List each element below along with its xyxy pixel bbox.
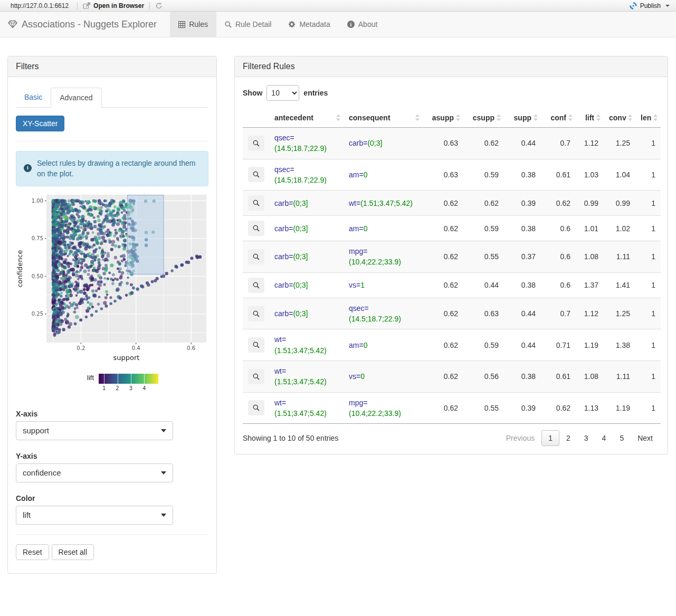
header-len[interactable]: len [635,108,661,128]
header-conv[interactable]: conv [604,108,635,128]
row-magnifier-button[interactable] [248,195,264,211]
magnifier-icon [253,140,260,147]
tab-basic[interactable]: Basic [16,88,51,108]
attribute-name: carb= [274,252,293,261]
row-magnifier-button[interactable] [248,306,264,321]
page-button-3[interactable]: 3 [577,430,595,446]
attribute-name: am= [349,341,364,349]
consequent-link[interactable]: vs=1 [349,281,365,289]
table-row: carb=(0;3] qsec=(14.5;18.7;22.9) 0.62 0.… [243,298,661,329]
row-magnifier-button[interactable] [248,400,264,415]
refresh-button[interactable] [153,2,165,10]
tab-about[interactable]: i About [339,12,386,37]
consequent-link[interactable]: qsec=(14.5;18.7;22.9) [349,304,401,323]
row-magnifier-button[interactable] [248,167,264,182]
consequent-link[interactable]: am=0 [349,224,367,233]
sort-icon [628,115,632,121]
antecedent-link[interactable]: carb=(0;3] [274,252,308,261]
row-magnifier-button[interactable] [248,136,264,151]
csupp-cell: 0.44 [463,272,504,298]
row-magnifier-button[interactable] [248,337,264,353]
row-magnifier-button[interactable] [248,278,264,293]
attribute-value: (10.4;22.2;33.9) [349,408,401,419]
consequent-link[interactable]: vs=0 [349,372,365,381]
len-cell: 1 [635,241,661,273]
open-in-browser-button[interactable]: Open in Browser [81,2,146,10]
yaxis-select[interactable]: confidence [16,463,173,482]
table-row: carb=(0;3] wt=(1.51;3.47;5.42) 0.62 0.62… [243,191,661,216]
tab-advanced[interactable]: Advanced [51,88,101,108]
consequent-link[interactable]: mpg=(10.4;22.2;33.9) [349,399,401,418]
xaxis-select[interactable]: support [16,421,173,440]
page-button-2[interactable]: 2 [559,430,577,446]
antecedent-link[interactable]: carb=(0;3] [274,199,308,207]
antecedent-link[interactable]: wt=(1.51;3.47;5.42) [274,399,327,418]
consequent-cell: vs=1 [344,272,423,298]
conf-cell: 0.62 [541,191,576,216]
header-asupp[interactable]: asupp [423,108,463,128]
tab-rule-detail[interactable]: Rule Detail [216,12,280,37]
table-header-row: antecedent consequent asupp csupp supp c… [243,108,661,128]
scatter-plot-canvas[interactable] [16,191,209,367]
divider [16,141,208,141]
page-button-1[interactable]: 1 [541,430,559,446]
antecedent-link[interactable]: qsec=(14.5;18.7;22.9) [274,165,327,184]
attribute-name: am= [349,170,364,179]
antecedent-link[interactable]: qsec=(14.5;18.7;22.9) [274,134,327,153]
colorbar-tick-label: 4 [142,385,146,391]
row-magnifier-button[interactable] [248,249,264,264]
previous-page-button[interactable]: Previous [499,430,541,446]
antecedent-cell: carb=(0;3] [269,272,344,298]
antecedent-link[interactable]: carb=(0;3] [274,224,308,233]
antecedent-link[interactable]: wt=(1.51;3.47;5.42) [274,367,327,386]
header-conf[interactable]: conf [541,108,576,128]
filtered-rules-body: Show 10 entries antecedent [235,77,668,454]
reset-button[interactable]: Reset [16,544,49,560]
tab-metadata[interactable]: Metadata [280,12,338,37]
antecedent-link[interactable]: carb=(0;3] [274,309,308,318]
consequent-link[interactable]: am=0 [349,341,367,349]
filtered-rules-panel: Filtered Rules Show 10 entries [234,56,668,454]
info-icon: i [24,164,32,172]
supp-cell: 0.44 [504,128,541,159]
next-page-button[interactable]: Next [631,430,660,446]
antecedent-link[interactable]: carb=(0;3] [274,281,308,289]
page-button-5[interactable]: 5 [613,430,631,446]
consequent-cell: mpg=(10.4;22.2;33.9) [344,241,423,273]
consequent-link[interactable]: mpg=(10.4;22.2;33.9) [349,247,401,266]
header-lift[interactable]: lift [576,108,604,128]
header-csupp[interactable]: csupp [463,108,504,128]
page-button-4[interactable]: 4 [595,430,613,446]
consequent-cell: mpg=(10.4;22.2;33.9) [344,392,423,424]
header-supp[interactable]: supp [504,108,541,128]
conf-cell: 0.61 [541,361,576,392]
tab-rules[interactable]: Rules [170,12,216,37]
reset-all-button[interactable]: Reset all [52,544,94,560]
antecedent-link[interactable]: wt=(1.51;3.47;5.42) [274,335,327,354]
row-magnifier-button[interactable] [248,369,264,384]
lift-cell: 1.13 [576,392,604,424]
page-length-select[interactable]: 10 [266,85,299,101]
len-cell: 1 [635,191,661,216]
consequent-link[interactable]: wt=(1.51;3.47;5.42) [349,199,413,207]
navbar-tabs: Rules Rule Detail Metadata i About [170,12,386,37]
attribute-value: (1.51;3.47;5.42) [274,345,327,356]
header-consequent[interactable]: consequent [344,108,423,128]
attribute-name: carb= [274,199,293,207]
supp-cell: 0.37 [504,241,541,273]
asupp-cell: 0.62 [423,191,463,216]
consequent-link[interactable]: am=0 [349,170,367,179]
color-select[interactable]: lift [16,506,173,525]
row-magnifier-button[interactable] [248,221,264,236]
publish-button[interactable]: Publish [627,2,672,10]
filtered-rules-title: Filtered Rules [235,56,668,77]
filters-panel: Filters Basic Advanced XY-Scatter i Sele… [7,56,217,574]
magnifier-icon [253,253,260,260]
header-antecedent[interactable]: antecedent [269,108,344,128]
xy-scatter-button[interactable]: XY-Scatter [16,116,64,131]
color-label: Color [16,494,208,503]
attribute-value: (0;3] [367,138,382,148]
consequent-link[interactable]: carb=(0;3] [349,139,382,147]
supp-cell: 0.38 [504,216,541,241]
conf-cell: 0.7 [541,298,576,329]
